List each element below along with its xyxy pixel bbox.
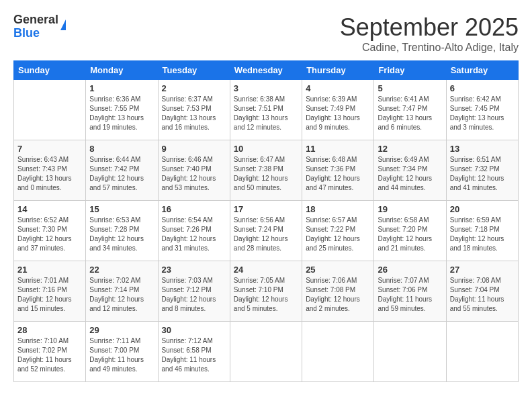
day-detail: Sunrise: 6:54 AMSunset: 7:26 PMDaylight:… [162, 216, 226, 253]
day-detail: Sunrise: 6:58 AMSunset: 7:20 PMDaylight:… [378, 216, 442, 253]
calendar-cell: 5Sunrise: 6:41 AMSunset: 7:47 PMDaylight… [374, 80, 446, 140]
day-detail: Sunrise: 7:10 AMSunset: 7:02 PMDaylight:… [17, 336, 82, 374]
header-tuesday: Tuesday [158, 61, 230, 80]
day-number: 18 [306, 204, 370, 214]
calendar-cell: 11Sunrise: 6:48 AMSunset: 7:36 PMDayligh… [302, 140, 374, 201]
logo-text: General Blue [13, 13, 58, 40]
day-detail: Sunrise: 6:44 AMSunset: 7:42 PMDaylight:… [89, 155, 154, 193]
calendar-cell: 22Sunrise: 7:02 AMSunset: 7:14 PMDayligh… [86, 261, 158, 322]
day-detail: Sunrise: 6:49 AMSunset: 7:34 PMDaylight:… [378, 155, 442, 193]
day-detail: Sunrise: 6:59 AMSunset: 7:18 PMDaylight:… [450, 216, 515, 253]
day-number: 28 [17, 325, 82, 335]
day-detail: Sunrise: 6:43 AMSunset: 7:43 PMDaylight:… [17, 155, 82, 193]
calendar-cell [374, 322, 446, 382]
day-number: 17 [234, 204, 298, 214]
day-detail: Sunrise: 6:51 AMSunset: 7:32 PMDaylight:… [450, 155, 515, 193]
day-number: 27 [450, 265, 515, 275]
calendar-cell: 1Sunrise: 6:36 AMSunset: 7:55 PMDaylight… [86, 80, 158, 140]
calendar-cell: 8Sunrise: 6:44 AMSunset: 7:42 PMDaylight… [86, 140, 158, 201]
day-detail: Sunrise: 6:36 AMSunset: 7:55 PMDaylight:… [89, 95, 154, 132]
calendar-cell: 9Sunrise: 6:46 AMSunset: 7:40 PMDaylight… [158, 140, 230, 201]
day-number: 15 [89, 204, 154, 214]
day-detail: Sunrise: 7:01 AMSunset: 7:16 PMDaylight:… [17, 276, 82, 314]
calendar-cell: 16Sunrise: 6:54 AMSunset: 7:26 PMDayligh… [158, 201, 230, 261]
calendar-table: SundayMondayTuesdayWednesdayThursdayFrid… [13, 60, 519, 382]
day-number: 25 [306, 265, 370, 275]
day-number: 21 [17, 265, 82, 275]
day-detail: Sunrise: 6:37 AMSunset: 7:53 PMDaylight:… [162, 95, 226, 132]
day-detail: Sunrise: 6:42 AMSunset: 7:45 PMDaylight:… [450, 95, 515, 132]
calendar-cell: 29Sunrise: 7:11 AMSunset: 7:00 PMDayligh… [86, 322, 158, 382]
calendar-cell: 26Sunrise: 7:07 AMSunset: 7:06 PMDayligh… [374, 261, 446, 322]
header-row: SundayMondayTuesdayWednesdayThursdayFrid… [14, 61, 519, 80]
calendar-cell: 25Sunrise: 7:06 AMSunset: 7:08 PMDayligh… [302, 261, 374, 322]
week-row-3: 21Sunrise: 7:01 AMSunset: 7:16 PMDayligh… [14, 261, 519, 322]
calendar-cell: 24Sunrise: 7:05 AMSunset: 7:10 PMDayligh… [230, 261, 302, 322]
calendar-cell [14, 80, 86, 140]
calendar-cell: 3Sunrise: 6:38 AMSunset: 7:51 PMDaylight… [230, 80, 302, 140]
calendar-cell: 27Sunrise: 7:08 AMSunset: 7:04 PMDayligh… [446, 261, 518, 322]
day-detail: Sunrise: 6:41 AMSunset: 7:47 PMDaylight:… [378, 95, 442, 132]
header-sunday: Sunday [14, 61, 86, 80]
day-detail: Sunrise: 7:03 AMSunset: 7:12 PMDaylight:… [162, 276, 226, 314]
title-section: September 2025 Cadine, Trentino-Alto Adi… [340, 13, 519, 54]
day-number: 9 [162, 144, 226, 154]
week-row-2: 14Sunrise: 6:52 AMSunset: 7:30 PMDayligh… [14, 201, 519, 261]
day-detail: Sunrise: 7:07 AMSunset: 7:06 PMDaylight:… [378, 276, 442, 314]
week-row-4: 28Sunrise: 7:10 AMSunset: 7:02 PMDayligh… [14, 322, 519, 382]
calendar-cell: 17Sunrise: 6:56 AMSunset: 7:24 PMDayligh… [230, 201, 302, 261]
calendar-cell [230, 322, 302, 382]
calendar-title: September 2025 [340, 13, 519, 42]
calendar-cell: 19Sunrise: 6:58 AMSunset: 7:20 PMDayligh… [374, 201, 446, 261]
calendar-cell: 21Sunrise: 7:01 AMSunset: 7:16 PMDayligh… [14, 261, 86, 322]
day-number: 3 [234, 83, 298, 93]
day-detail: Sunrise: 6:38 AMSunset: 7:51 PMDaylight:… [234, 95, 298, 132]
day-number: 7 [17, 144, 82, 154]
day-number: 14 [17, 204, 82, 214]
header-saturday: Saturday [446, 61, 518, 80]
calendar-cell: 28Sunrise: 7:10 AMSunset: 7:02 PMDayligh… [14, 322, 86, 382]
day-number: 8 [89, 144, 154, 154]
day-number: 2 [162, 83, 226, 93]
calendar-cell: 15Sunrise: 6:53 AMSunset: 7:28 PMDayligh… [86, 201, 158, 261]
day-number: 13 [450, 144, 515, 154]
header-thursday: Thursday [302, 61, 374, 80]
day-detail: Sunrise: 6:46 AMSunset: 7:40 PMDaylight:… [162, 155, 226, 193]
day-number: 1 [89, 83, 154, 93]
page-header: General Blue September 2025 Cadine, Tren… [13, 13, 519, 54]
logo-general: General [13, 13, 58, 27]
day-detail: Sunrise: 7:05 AMSunset: 7:10 PMDaylight:… [234, 276, 298, 314]
day-detail: Sunrise: 7:12 AMSunset: 6:58 PMDaylight:… [162, 336, 226, 374]
day-number: 10 [234, 144, 298, 154]
day-detail: Sunrise: 7:06 AMSunset: 7:08 PMDaylight:… [306, 276, 370, 314]
calendar-cell: 12Sunrise: 6:49 AMSunset: 7:34 PMDayligh… [374, 140, 446, 201]
day-number: 5 [378, 83, 442, 93]
day-number: 11 [306, 144, 370, 154]
day-number: 30 [162, 325, 226, 335]
calendar-cell: 2Sunrise: 6:37 AMSunset: 7:53 PMDaylight… [158, 80, 230, 140]
day-number: 6 [450, 83, 515, 93]
day-detail: Sunrise: 6:47 AMSunset: 7:38 PMDaylight:… [234, 155, 298, 193]
day-number: 19 [378, 204, 442, 214]
day-detail: Sunrise: 6:52 AMSunset: 7:30 PMDaylight:… [17, 216, 82, 253]
day-detail: Sunrise: 6:56 AMSunset: 7:24 PMDaylight:… [234, 216, 298, 253]
day-detail: Sunrise: 7:02 AMSunset: 7:14 PMDaylight:… [89, 276, 154, 314]
calendar-cell: 23Sunrise: 7:03 AMSunset: 7:12 PMDayligh… [158, 261, 230, 322]
header-wednesday: Wednesday [230, 61, 302, 80]
day-number: 20 [450, 204, 515, 214]
calendar-cell: 13Sunrise: 6:51 AMSunset: 7:32 PMDayligh… [446, 140, 518, 201]
calendar-cell: 18Sunrise: 6:57 AMSunset: 7:22 PMDayligh… [302, 201, 374, 261]
calendar-cell: 4Sunrise: 6:39 AMSunset: 7:49 PMDaylight… [302, 80, 374, 140]
calendar-cell: 6Sunrise: 6:42 AMSunset: 7:45 PMDaylight… [446, 80, 518, 140]
day-detail: Sunrise: 6:39 AMSunset: 7:49 PMDaylight:… [306, 95, 370, 132]
calendar-cell: 30Sunrise: 7:12 AMSunset: 6:58 PMDayligh… [158, 322, 230, 382]
day-detail: Sunrise: 7:08 AMSunset: 7:04 PMDaylight:… [450, 276, 515, 314]
week-row-1: 7Sunrise: 6:43 AMSunset: 7:43 PMDaylight… [14, 140, 519, 201]
week-row-0: 1Sunrise: 6:36 AMSunset: 7:55 PMDaylight… [14, 80, 519, 140]
day-detail: Sunrise: 6:57 AMSunset: 7:22 PMDaylight:… [306, 216, 370, 253]
day-number: 29 [89, 325, 154, 335]
calendar-cell: 14Sunrise: 6:52 AMSunset: 7:30 PMDayligh… [14, 201, 86, 261]
day-number: 12 [378, 144, 442, 154]
header-monday: Monday [86, 61, 158, 80]
day-detail: Sunrise: 6:48 AMSunset: 7:36 PMDaylight:… [306, 155, 370, 193]
